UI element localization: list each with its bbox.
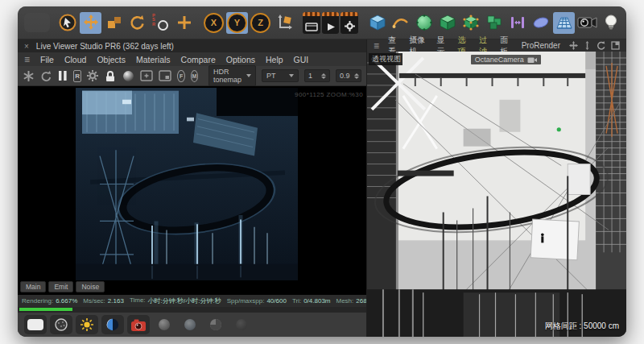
- tab-main[interactable]: Main: [20, 281, 46, 292]
- menu-file[interactable]: File: [40, 55, 54, 64]
- menu-materials[interactable]: Materials: [136, 55, 171, 64]
- value1-stepper[interactable]: 1: [304, 69, 330, 82]
- symmetry-icon[interactable]: [506, 12, 528, 34]
- stepper-arrows-icon: [354, 73, 359, 79]
- octane-dock: [18, 313, 366, 337]
- camera-icon[interactable]: [576, 12, 598, 34]
- axis-y-button[interactable]: Y: [226, 12, 248, 34]
- move-tool-icon[interactable]: [80, 12, 101, 34]
- chevron-down-icon: [246, 74, 251, 77]
- value2-stepper[interactable]: 0.9: [336, 69, 361, 82]
- hamburger-icon[interactable]: ≡: [24, 55, 30, 64]
- axis-z-button[interactable]: Z: [250, 12, 271, 34]
- render-settings-button[interactable]: [341, 12, 358, 34]
- vp-menu-prorender[interactable]: ProRender: [522, 41, 560, 50]
- maximize-view-icon[interactable]: [611, 41, 620, 50]
- menu-cloud[interactable]: Cloud: [64, 55, 86, 64]
- sun-light-icon[interactable]: [76, 315, 98, 334]
- menu-objects[interactable]: Objects: [97, 55, 126, 64]
- close-icon[interactable]: ×: [24, 42, 29, 51]
- screen: PSR X Y Z: [0, 0, 644, 344]
- psr-circle: [158, 20, 168, 31]
- render-picture-viewer-button[interactable]: [322, 12, 340, 34]
- material-sphere-checker-icon[interactable]: [204, 315, 227, 334]
- texture-environment-icon[interactable]: [50, 315, 72, 334]
- render-view-button[interactable]: [303, 12, 320, 34]
- add-axis-icon[interactable]: [173, 12, 195, 34]
- menu-options[interactable]: Options: [226, 55, 255, 64]
- live-viewer-titlebar: × Live Viewer Studio PR6 (362 days left): [18, 39, 366, 52]
- pan-icon[interactable]: [569, 41, 578, 50]
- rotate-tool-icon[interactable]: [126, 12, 148, 34]
- film-sphere-icon[interactable]: [122, 70, 134, 82]
- live-viewer-window: × Live Viewer Studio PR6 (362 days left)…: [18, 39, 367, 337]
- chevron-down-icon: [289, 74, 294, 77]
- time-value: 小时:分钟:秒/小时:分钟:秒: [148, 296, 221, 305]
- scale-tool-icon[interactable]: [103, 12, 125, 34]
- viewport-3d-view[interactable]: 透视视图 OctaneCamera 网格间距 : 50000 cm: [367, 52, 626, 337]
- live-viewer-menubar: ≡ File Cloud Objects Materials Compare O…: [18, 52, 366, 66]
- render-resolution-label: 900*1125 ZOOM:%30: [295, 91, 363, 98]
- menu-compare[interactable]: Compare: [181, 55, 216, 64]
- render-image: [76, 88, 298, 280]
- live-selection-icon[interactable]: [56, 12, 78, 34]
- axis-x-button[interactable]: X: [203, 12, 225, 34]
- tab-emit[interactable]: Emit: [48, 281, 73, 292]
- material-sphere-glossy-icon[interactable]: [153, 315, 175, 334]
- pin-focus-icon[interactable]: F: [177, 70, 184, 82]
- mssec-value: 2.163: [108, 297, 124, 305]
- hamburger-icon[interactable]: ≡: [374, 41, 379, 51]
- mesh-value: 268: [356, 297, 366, 305]
- rendering-percent: 6.667%: [56, 297, 77, 305]
- light-icon[interactable]: [600, 12, 621, 34]
- stepper-arrows-icon: [321, 73, 326, 79]
- display-mode-icon[interactable]: [24, 315, 47, 334]
- settings-gear-icon[interactable]: [87, 70, 98, 81]
- view-name-badge: 透视视图: [369, 53, 402, 65]
- dolly-icon[interactable]: [583, 41, 592, 50]
- viewport-scene: [367, 52, 626, 337]
- editable-mesh-icon[interactable]: [460, 12, 481, 34]
- orbit-icon[interactable]: [597, 41, 606, 50]
- render-region-sub-icon[interactable]: [159, 70, 171, 81]
- undo-icon[interactable]: [24, 13, 50, 32]
- render-status-bar: Rendering:6.667% Ms/sec:2.163 Time:小时:分钟…: [18, 295, 366, 307]
- tab-noise[interactable]: Noise: [76, 281, 105, 292]
- coordinate-system-icon[interactable]: [273, 12, 295, 34]
- pause-icon[interactable]: [58, 70, 68, 81]
- spline-pen-icon[interactable]: [390, 12, 411, 34]
- subdivision-surface-icon[interactable]: [413, 12, 435, 34]
- daylight-sphere-icon[interactable]: [101, 315, 124, 334]
- grid-spacing-label: 网格间距 : 50000 cm: [545, 321, 619, 332]
- cloner-array-icon[interactable]: [483, 12, 505, 34]
- camera-badge-icon: [527, 56, 537, 64]
- restart-render-icon[interactable]: [40, 70, 52, 82]
- workspace: × Live Viewer Studio PR6 (362 days left)…: [18, 39, 626, 337]
- add-cube-icon[interactable]: [366, 12, 388, 34]
- spp-value: 40/600: [266, 297, 286, 305]
- material-sphere-dark-icon[interactable]: [230, 315, 253, 334]
- cinema4d-window: PSR X Y Z: [18, 6, 626, 337]
- lock-resolution-icon[interactable]: [104, 70, 117, 82]
- floor-disc-icon[interactable]: [530, 12, 551, 34]
- generator-cube-icon[interactable]: [436, 12, 458, 34]
- psr-tool-icon[interactable]: PSR: [150, 12, 171, 34]
- kernel-dropdown[interactable]: PT: [262, 69, 299, 82]
- render-view[interactable]: 900*1125 ZOOM:%30 Main Emit Noise: [18, 86, 366, 295]
- render-progress-track: [18, 307, 366, 313]
- menu-gui[interactable]: GUI: [294, 55, 309, 64]
- pin-material-icon[interactable]: M: [191, 70, 198, 82]
- render-progress-bar: [19, 308, 72, 311]
- octane-camera-icon[interactable]: [127, 315, 150, 334]
- floor-grid-icon[interactable]: [553, 12, 575, 34]
- menu-help[interactable]: Help: [266, 55, 283, 64]
- render-region-add-icon[interactable]: [140, 70, 153, 81]
- tri-value: 0/4.803m: [303, 297, 330, 305]
- material-sphere-specular-icon[interactable]: [179, 315, 201, 334]
- camera-name-badge[interactable]: OctaneCamera: [471, 55, 541, 64]
- octane-logo-icon[interactable]: [23, 70, 35, 82]
- live-viewer-toolbar: R F M: [18, 66, 366, 86]
- region-render-button[interactable]: R: [73, 70, 81, 82]
- tonemap-dropdown[interactable]: HDR tonemap: [208, 65, 256, 86]
- viewport-panel: ≡ 查看 摄像机 显示 选项 过滤 面板 ProRender: [367, 39, 626, 337]
